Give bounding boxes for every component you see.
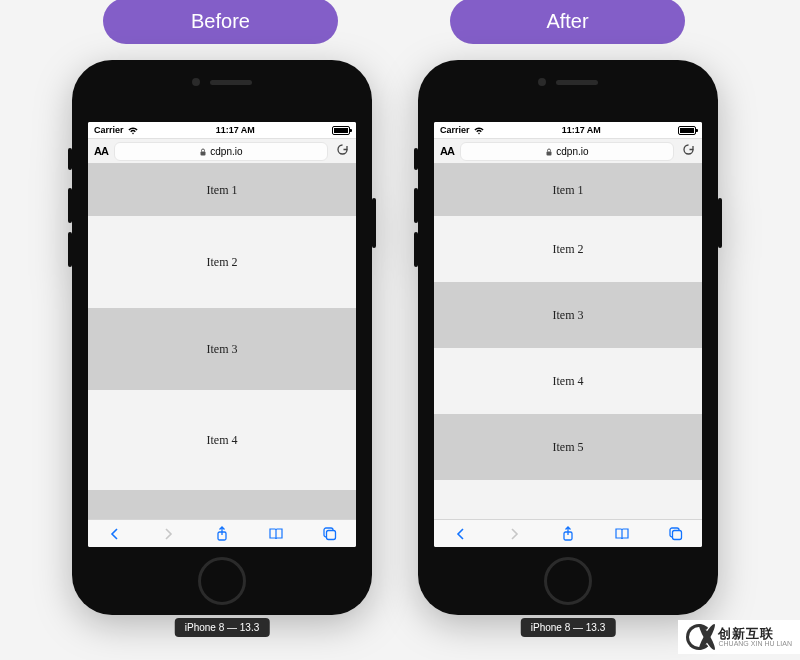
svg-rect-3: [326, 531, 335, 540]
phone-before: Carrier 11:17 AM AA cdpn.io: [72, 60, 372, 615]
power-button: [718, 198, 722, 248]
url-field[interactable]: cdpn.io: [460, 142, 674, 161]
volume-down-button: [414, 232, 418, 267]
battery-icon: [678, 126, 696, 135]
device-badge-label: iPhone 8 — 13.3: [185, 622, 260, 633]
watermark-title: 创新互联: [718, 627, 792, 640]
carrier-label: Carrier: [94, 125, 124, 135]
carrier-label: Carrier: [440, 125, 470, 135]
list-item: Item 3: [88, 308, 356, 390]
browser-toolbar: [88, 519, 356, 547]
ringer-switch: [68, 148, 72, 170]
watermark-logo-icon: [686, 624, 712, 650]
lock-icon: [199, 147, 207, 155]
svg-rect-4: [547, 152, 552, 156]
url-field[interactable]: cdpn.io: [114, 142, 328, 161]
sensor-cluster: [418, 78, 718, 86]
battery-icon: [332, 126, 350, 135]
browser-toolbar: [434, 519, 702, 547]
list-item: Item 1: [434, 164, 702, 216]
list-item: Item 5: [434, 414, 702, 480]
header-before-label: Before: [191, 10, 250, 33]
speaker-grille: [210, 80, 252, 85]
comparison-canvas: Before After Carrier 11:17 AM: [0, 0, 800, 660]
phone-after: Carrier 11:17 AM AA cdpn.io: [418, 60, 718, 615]
share-button[interactable]: [558, 524, 578, 544]
tabs-button[interactable]: [665, 524, 685, 544]
share-button[interactable]: [212, 524, 232, 544]
forward-button[interactable]: [158, 524, 178, 544]
list-item: Item 2: [88, 216, 356, 308]
item-list: Item 1Item 2Item 3Item 4: [88, 164, 356, 519]
list-item: Item 1: [88, 164, 356, 216]
watermark: 创新互联 CHUANG XIN HU LIAN: [678, 620, 800, 654]
list-item: Item 3: [434, 282, 702, 348]
svg-rect-7: [672, 531, 681, 540]
wifi-icon: [127, 126, 139, 135]
volume-up-button: [68, 188, 72, 223]
status-bar: Carrier 11:17 AM: [88, 122, 356, 138]
page-content[interactable]: Item 1Item 2Item 3Item 4: [88, 164, 356, 519]
list-item: Item 4: [88, 390, 356, 490]
status-bar: Carrier 11:17 AM: [434, 122, 702, 138]
volume-down-button: [68, 232, 72, 267]
device-badge-label: iPhone 8 — 13.3: [531, 622, 606, 633]
back-button[interactable]: [451, 524, 471, 544]
browser-address-bar: AA cdpn.io: [434, 138, 702, 164]
list-item: [434, 480, 702, 519]
sensor-cluster: [72, 78, 372, 86]
list-item: Item 2: [434, 216, 702, 282]
volume-up-button: [414, 188, 418, 223]
list-item: [88, 490, 356, 519]
reload-button[interactable]: [680, 142, 696, 160]
reload-button[interactable]: [334, 142, 350, 160]
header-after: After: [450, 0, 685, 44]
list-item: Item 4: [434, 348, 702, 414]
text-size-button[interactable]: AA: [94, 145, 108, 157]
phone-screen: Carrier 11:17 AM AA cdpn.io: [88, 122, 356, 547]
ringer-switch: [414, 148, 418, 170]
wifi-icon: [473, 126, 485, 135]
header-after-label: After: [546, 10, 588, 33]
svg-rect-0: [201, 152, 206, 156]
lock-icon: [545, 147, 553, 155]
text-size-button[interactable]: AA: [440, 145, 454, 157]
clock-label: 11:17 AM: [562, 125, 601, 135]
url-text: cdpn.io: [210, 146, 242, 157]
device-badge-after: iPhone 8 — 13.3: [521, 618, 616, 637]
browser-address-bar: AA cdpn.io: [88, 138, 356, 164]
device-badge-before: iPhone 8 — 13.3: [175, 618, 270, 637]
back-button[interactable]: [105, 524, 125, 544]
tabs-button[interactable]: [319, 524, 339, 544]
forward-button[interactable]: [504, 524, 524, 544]
url-text: cdpn.io: [556, 146, 588, 157]
power-button: [372, 198, 376, 248]
header-before: Before: [103, 0, 338, 44]
bookmarks-button[interactable]: [266, 524, 286, 544]
clock-label: 11:17 AM: [216, 125, 255, 135]
phone-screen: Carrier 11:17 AM AA cdpn.io: [434, 122, 702, 547]
camera-icon: [538, 78, 546, 86]
home-button[interactable]: [198, 557, 246, 605]
home-button[interactable]: [544, 557, 592, 605]
bookmarks-button[interactable]: [612, 524, 632, 544]
item-list: Item 1Item 2Item 3Item 4Item 5: [434, 164, 702, 519]
watermark-subtitle: CHUANG XIN HU LIAN: [718, 640, 792, 647]
camera-icon: [192, 78, 200, 86]
page-content[interactable]: Item 1Item 2Item 3Item 4Item 5: [434, 164, 702, 519]
speaker-grille: [556, 80, 598, 85]
